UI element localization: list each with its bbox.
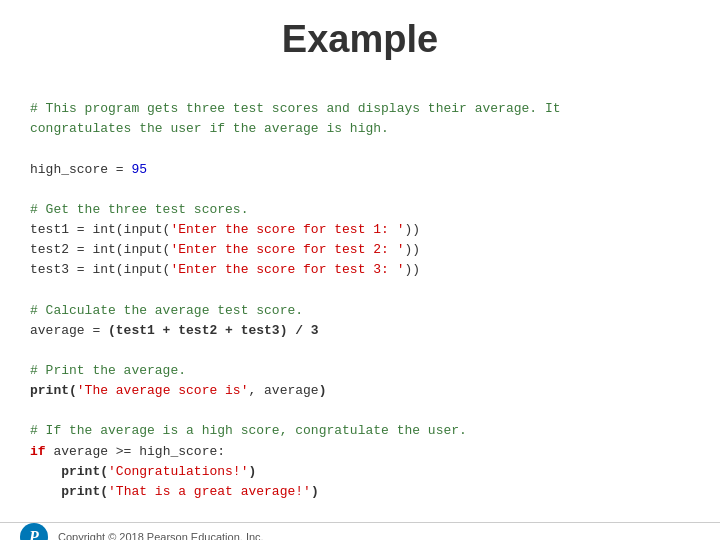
test3-line: test3 = int(input('Enter the score for t…	[30, 262, 420, 277]
comment-line4: # Print the average.	[30, 363, 186, 378]
test3-string: 'Enter the score for test 3: '	[170, 262, 404, 277]
code-area: # This program gets three test scores an…	[20, 79, 700, 522]
test2-string: 'Enter the score for test 2: '	[170, 242, 404, 257]
footer: P Copyright © 2018 Pearson Education, In…	[0, 522, 720, 540]
print-string: 'The average score is'	[77, 383, 249, 398]
print3-line: print('That is a great average!')	[30, 484, 319, 499]
average-line: average = (test1 + test2 + test3) / 3	[30, 323, 319, 338]
great-string: 'That is a great average!'	[108, 484, 311, 499]
test2-line: test2 = int(input('Enter the score for t…	[30, 242, 420, 257]
page-title: Example	[282, 18, 438, 61]
test1-line: test1 = int(input('Enter the score for t…	[30, 222, 420, 237]
print-line: print('The average score is', average)	[30, 383, 326, 398]
comment-line5: # If the average is a high score, congra…	[30, 423, 467, 438]
logo-letter: P	[29, 528, 39, 540]
test1-string: 'Enter the score for test 1: '	[170, 222, 404, 237]
copyright-text: Copyright © 2018 Pearson Education, Inc.	[58, 531, 264, 540]
code-block: # This program gets three test scores an…	[30, 79, 690, 522]
comment-line1: # This program gets three test scores an…	[30, 101, 561, 136]
page: Example # This program gets three test s…	[0, 0, 720, 540]
high-score-value: 95	[131, 162, 147, 177]
comment-line2: # Get the three test scores.	[30, 202, 248, 217]
high-score-line: high_score = 95	[30, 162, 147, 177]
print2-line: print('Congratulations!')	[30, 464, 256, 479]
comment-line3: # Calculate the average test score.	[30, 303, 303, 318]
congrats-string: 'Congratulations!'	[108, 464, 248, 479]
pearson-logo: P	[20, 523, 48, 540]
if-line: if average >= high_score:	[30, 444, 225, 459]
